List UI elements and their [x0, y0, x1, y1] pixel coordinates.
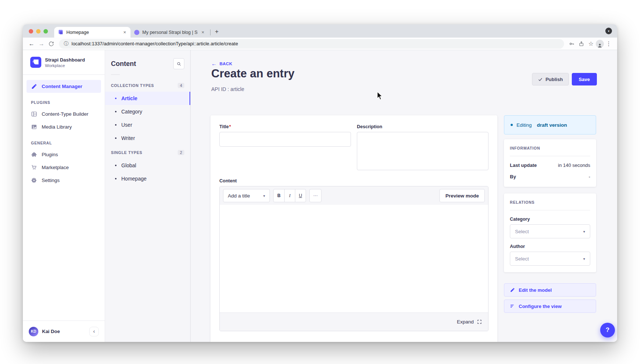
- side-panel: Editingdraft version INFORMATION Last up…: [504, 115, 596, 313]
- more-formats-button[interactable]: ⋯: [309, 189, 321, 202]
- browser-menu-icon[interactable]: ⋮: [604, 39, 613, 49]
- tab-divider: [210, 29, 211, 35]
- sidebar-item-label: Media Library: [42, 124, 72, 130]
- minimize-window-button[interactable]: [36, 29, 41, 34]
- reload-icon[interactable]: [46, 39, 56, 49]
- bookmark-star-icon[interactable]: ☆: [586, 39, 596, 49]
- sidebar-item-content-manager[interactable]: Content Manager: [27, 80, 101, 93]
- publish-button[interactable]: Publish: [532, 73, 569, 85]
- tab-homepage[interactable]: Homepage ×: [54, 27, 131, 38]
- add-title-label: Add a title: [228, 193, 250, 199]
- sidebar-item-label: Content-Type Builder: [42, 111, 88, 117]
- editor-footer: Expand: [220, 312, 488, 331]
- back-link[interactable]: ← BACK: [211, 60, 232, 67]
- brand[interactable]: Strapi Dashboard Workplace: [23, 50, 105, 75]
- title-input[interactable]: [219, 132, 351, 147]
- url-text: localhost:1337/admin/content-manager/col…: [72, 41, 238, 46]
- search-button[interactable]: [173, 58, 184, 69]
- subnav-item-homepage[interactable]: Homepage: [105, 172, 190, 185]
- edit-model-button[interactable]: Edit the model: [504, 283, 596, 297]
- expand-icon[interactable]: [477, 319, 482, 324]
- close-tab-icon[interactable]: ×: [201, 29, 205, 35]
- sidebar-item-content-type-builder[interactable]: Content-Type Builder: [27, 108, 101, 120]
- bullet-icon: [115, 124, 116, 126]
- page-title: Create an entry: [211, 67, 295, 80]
- gear-icon: [31, 177, 37, 183]
- subnav-item-writer[interactable]: Writer: [105, 132, 190, 145]
- tab-search-button[interactable]: ▾: [605, 28, 612, 34]
- tab-strip: Homepage × My personal Strapi blog | Str…: [23, 24, 617, 38]
- required-asterisk: *: [229, 124, 231, 129]
- subnav-item-article[interactable]: Article: [105, 92, 190, 105]
- password-key-icon[interactable]: [567, 39, 577, 49]
- last-update-row: Last update in 140 seconds: [510, 162, 590, 168]
- configure-view-button[interactable]: Configure the view: [504, 300, 596, 313]
- category-select-value: Select: [515, 229, 529, 234]
- sidebar-item-media-library[interactable]: Media Library: [27, 120, 101, 133]
- category-label: Category: [510, 217, 590, 222]
- subnav-item-label: User: [121, 122, 132, 128]
- mouse-cursor: [377, 91, 385, 101]
- subnav-item-global[interactable]: Global: [105, 159, 190, 172]
- editor-body[interactable]: [220, 205, 488, 312]
- single-types-label: SINGLE TYPES: [111, 150, 142, 155]
- blog-favicon-icon: [134, 30, 139, 35]
- preview-mode-button[interactable]: Preview mode: [439, 189, 485, 202]
- share-icon[interactable]: [577, 39, 586, 49]
- sidebar-item-label: Settings: [42, 178, 60, 183]
- close-tab-icon[interactable]: ×: [122, 29, 127, 35]
- tab-blog[interactable]: My personal Strapi blog | Strap ×: [131, 27, 209, 38]
- user-name: Kai Doe: [42, 329, 60, 334]
- subnav-item-label: Category: [121, 109, 142, 115]
- description-textarea[interactable]: [357, 132, 488, 170]
- expand-button[interactable]: Expand: [457, 319, 474, 325]
- back-label: BACK: [219, 62, 232, 66]
- author-select[interactable]: Select ▾: [510, 252, 590, 266]
- window-controls: [29, 29, 48, 34]
- cart-icon: [31, 164, 37, 171]
- chevron-down-icon: ▾: [263, 194, 265, 198]
- strapi-logo: [30, 57, 41, 68]
- subnav-item-label: Homepage: [121, 176, 147, 182]
- url-bar[interactable]: ⓘ localhost:1337/admin/content-manager/c…: [59, 39, 564, 49]
- sidebar-item-marketplace[interactable]: Marketplace: [27, 161, 101, 174]
- bullet-icon: [115, 137, 116, 139]
- subnav-item-category[interactable]: Category: [105, 105, 190, 118]
- underline-button[interactable]: U: [295, 189, 306, 202]
- content-field-label: Content: [219, 178, 488, 183]
- subnav-item-user[interactable]: User: [105, 118, 190, 132]
- editor-toolbar: Add a title ▾ B I U ⋯ Preview mode: [220, 186, 488, 205]
- italic-button[interactable]: I: [284, 189, 295, 202]
- save-button[interactable]: Save: [572, 73, 597, 85]
- help-button[interactable]: ?: [600, 323, 615, 337]
- close-window-button[interactable]: [29, 29, 33, 34]
- sidebar-item-settings[interactable]: Settings: [27, 174, 101, 187]
- subnav-title: Content: [111, 60, 136, 68]
- user-avatar[interactable]: KD: [29, 327, 38, 336]
- forward-nav-icon[interactable]: →: [36, 39, 46, 49]
- back-nav-icon[interactable]: ←: [27, 39, 36, 49]
- sidebar-item-plugins[interactable]: Plugins: [27, 148, 101, 161]
- main-nav-sidebar: Strapi Dashboard Workplace Content Manag…: [23, 50, 105, 342]
- category-select[interactable]: Select ▾: [510, 224, 590, 238]
- configure-view-label: Configure the view: [519, 304, 561, 309]
- sidebar-item-label: Marketplace: [42, 165, 69, 170]
- description-field-label: Description: [357, 124, 488, 129]
- tab-title: Homepage: [66, 30, 119, 35]
- subnav-item-label: Writer: [121, 135, 135, 141]
- by-row: By -: [510, 174, 590, 179]
- browser-profile-avatar[interactable]: [596, 40, 604, 48]
- zoom-window-button[interactable]: [44, 29, 48, 34]
- content-subnav: Content COLLECTION TYPES 4 Article Categ…: [105, 50, 191, 342]
- add-title-dropdown[interactable]: Add a title ▾: [223, 189, 270, 202]
- puzzle-icon: [31, 151, 37, 158]
- bullet-icon: [115, 111, 116, 112]
- edit-model-label: Edit the model: [519, 287, 552, 293]
- site-info-icon[interactable]: ⓘ: [64, 41, 69, 47]
- collapse-sidebar-button[interactable]: ‹: [89, 327, 99, 336]
- collection-types-count-badge: 4: [178, 83, 184, 88]
- pencil-icon: [510, 287, 515, 293]
- back-arrow-icon: ←: [211, 60, 217, 67]
- new-tab-button[interactable]: +: [212, 27, 222, 36]
- bold-button[interactable]: B: [274, 189, 284, 202]
